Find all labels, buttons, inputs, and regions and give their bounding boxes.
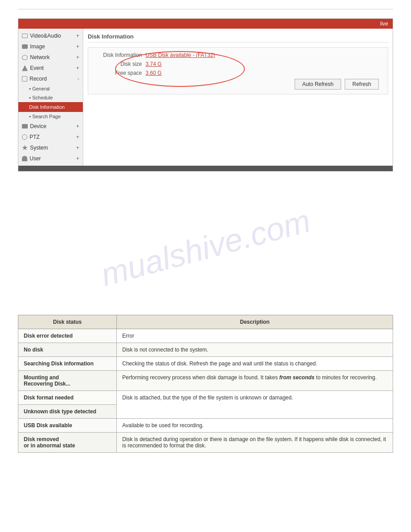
disk-status-table: Disk status Description Disk error detec…: [18, 315, 393, 453]
status-format-needed: Disk format needed: [18, 391, 117, 405]
bullet-general: •: [29, 86, 32, 91]
event-icon: [22, 65, 28, 71]
desc-usb-available: Available to be used for recording.: [117, 419, 393, 433]
page-wrapper: live Video&Audio + Image +: [0, 0, 411, 462]
sidebar-subitem-schedule[interactable]: • Schedule: [18, 93, 83, 102]
sidebar-label-device: Device: [30, 123, 47, 129]
sidebar-expand-video-audio: +: [76, 33, 79, 39]
sidebar-label-ptz: PTZ: [30, 134, 40, 140]
sidebar-label-search-page: Search Page: [32, 114, 61, 119]
sidebar-expand-image: +: [76, 43, 79, 50]
auto-refresh-button[interactable]: Auto Refresh: [295, 79, 341, 90]
device-icon: [22, 124, 28, 129]
sidebar-subitem-general[interactable]: • General: [18, 84, 83, 93]
sidebar-expand-system: +: [76, 145, 79, 151]
status-mounting: Mounting andRecovering Disk...: [18, 371, 117, 391]
refresh-button[interactable]: Refresh: [345, 79, 379, 90]
disk-size-value[interactable]: 3.74 G: [146, 61, 162, 67]
sidebar-item-network[interactable]: Network +: [18, 52, 83, 63]
disk-info-value[interactable]: USB Disk available - (FAT32): [146, 52, 215, 58]
sidebar-label-event: Event: [30, 65, 44, 71]
sidebar-label-schedule: Schedule: [32, 95, 53, 100]
free-space-row: Free space 3.60 G: [97, 70, 379, 76]
record-icon: [22, 76, 27, 82]
sidebar-item-user[interactable]: User +: [18, 153, 83, 164]
free-space-value[interactable]: 3.60 G: [146, 70, 162, 76]
sidebar-label-general: General: [32, 86, 50, 91]
sidebar-expand-user: +: [76, 155, 79, 162]
table-row: Mounting andRecovering Disk... Performin…: [18, 371, 393, 391]
sidebar: Video&Audio + Image + Network +: [18, 29, 83, 166]
ui-body: Video&Audio + Image + Network +: [18, 29, 393, 166]
disk-size-row: Disk size 3.74 G: [97, 61, 379, 67]
sidebar-item-event[interactable]: Event +: [18, 63, 83, 73]
sidebar-expand-event: +: [76, 65, 79, 71]
table-row: No disk Disk is not connected to the sys…: [18, 343, 393, 357]
status-no-disk: No disk: [18, 343, 117, 357]
video-icon: [22, 34, 28, 38]
sidebar-collapse-record: -: [77, 76, 79, 82]
status-searching: Searching Disk information: [18, 357, 117, 371]
status-usb-available: USB Disk available: [18, 419, 117, 433]
sidebar-item-system[interactable]: System +: [18, 142, 83, 153]
free-space-label: Free space: [97, 70, 142, 76]
disk-info-label: Disk Information: [97, 52, 142, 58]
sidebar-item-video-audio[interactable]: Video&Audio +: [18, 30, 83, 41]
table-section: Disk status Description Disk error detec…: [18, 315, 393, 453]
sidebar-expand-ptz: +: [76, 134, 79, 140]
desc-disk-removed: Disk is detached during operation or the…: [117, 433, 393, 453]
table-row: Disk error detected Error: [18, 329, 393, 343]
sidebar-item-image[interactable]: Image +: [18, 41, 83, 52]
watermark-section: mualshive.com: [18, 185, 393, 310]
sidebar-label-system: System: [30, 145, 48, 151]
status-disk-error: Disk error detected: [18, 329, 117, 343]
bullet-schedule: •: [29, 95, 32, 100]
desc-searching: Checking the status of disk. Refresh the…: [117, 357, 393, 371]
sidebar-item-device[interactable]: Device +: [18, 121, 83, 132]
sidebar-subitem-disk-information[interactable]: Disk Information: [18, 102, 83, 112]
sidebar-expand-network: +: [76, 54, 79, 60]
sidebar-label-user: User: [30, 155, 41, 162]
bottom-bar: [18, 166, 393, 171]
info-panel: Disk Information USB Disk available - (F…: [88, 47, 388, 94]
ui-titlebar: live: [18, 19, 393, 29]
table-row: USB Disk available Available to be used …: [18, 419, 393, 433]
status-disk-removed: Disk removedor in abnormal state: [18, 433, 117, 453]
table-row: Disk format needed Disk is attached, but…: [18, 391, 393, 405]
image-icon: [22, 44, 28, 49]
disk-size-label: Disk size: [97, 61, 142, 67]
ui-screenshot: live Video&Audio + Image +: [18, 18, 393, 172]
sidebar-label-image: Image: [30, 43, 45, 50]
table-row: Searching Disk information Checking the …: [18, 357, 393, 371]
sidebar-label-network: Network: [30, 54, 50, 60]
sidebar-label-video-audio: Video&Audio: [30, 33, 61, 39]
desc-mounting: Performing recovery process when disk da…: [117, 371, 393, 391]
top-divider: [18, 9, 393, 9]
disk-info-row: Disk Information USB Disk available - (F…: [97, 52, 379, 58]
sidebar-label-disk-information: Disk Information: [29, 104, 64, 110]
live-label: live: [380, 21, 388, 27]
desc-format-needed: Disk is attached, but the type of the fi…: [117, 391, 393, 419]
ptz-icon: [22, 134, 27, 140]
desc-disk-error: Error: [117, 329, 393, 343]
status-unknown-type: Unknown disk type detected: [18, 405, 117, 419]
sidebar-item-record[interactable]: Record -: [18, 73, 83, 84]
network-icon: [22, 55, 28, 60]
table-row: Disk removedor in abnormal state Disk is…: [18, 433, 393, 453]
main-content: Disk Information Disk Information USB Di…: [83, 29, 393, 166]
sidebar-label-record: Record: [30, 76, 47, 82]
desc-no-disk: Disk is not connected to the system.: [117, 343, 393, 357]
watermark-text: mualshive.com: [97, 202, 314, 293]
sidebar-subitem-search-page[interactable]: • Search Page: [18, 112, 83, 121]
content-title: Disk Information: [88, 33, 388, 43]
col2-header: Description: [117, 315, 393, 329]
user-icon: [22, 156, 27, 161]
sidebar-expand-device: +: [76, 123, 79, 129]
system-icon: [22, 145, 28, 151]
col1-header: Disk status: [18, 315, 117, 329]
button-row: Auto Refresh Refresh: [97, 79, 379, 90]
bullet-search: •: [29, 114, 32, 119]
sidebar-item-ptz[interactable]: PTZ +: [18, 132, 83, 142]
